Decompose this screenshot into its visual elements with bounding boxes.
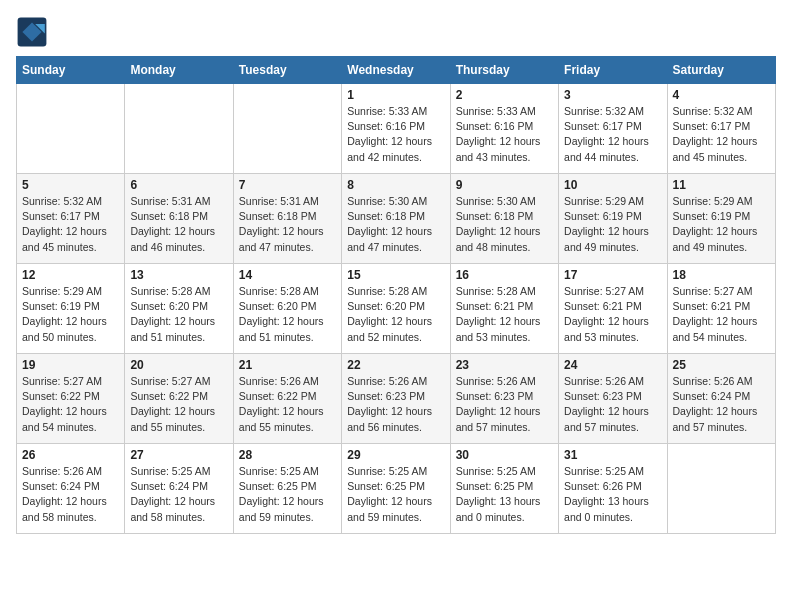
header-cell-thursday: Thursday [450, 57, 558, 84]
day-number: 4 [673, 88, 770, 102]
day-number: 22 [347, 358, 444, 372]
calendar-cell: 11Sunrise: 5:29 AM Sunset: 6:19 PM Dayli… [667, 174, 775, 264]
calendar-cell: 5Sunrise: 5:32 AM Sunset: 6:17 PM Daylig… [17, 174, 125, 264]
calendar-cell: 25Sunrise: 5:26 AM Sunset: 6:24 PM Dayli… [667, 354, 775, 444]
calendar-header-row: SundayMondayTuesdayWednesdayThursdayFrid… [17, 57, 776, 84]
day-content: Sunrise: 5:27 AM Sunset: 6:22 PM Dayligh… [130, 374, 227, 435]
day-content: Sunrise: 5:25 AM Sunset: 6:25 PM Dayligh… [239, 464, 336, 525]
calendar-cell: 12Sunrise: 5:29 AM Sunset: 6:19 PM Dayli… [17, 264, 125, 354]
calendar-cell: 27Sunrise: 5:25 AM Sunset: 6:24 PM Dayli… [125, 444, 233, 534]
calendar-cell: 16Sunrise: 5:28 AM Sunset: 6:21 PM Dayli… [450, 264, 558, 354]
day-content: Sunrise: 5:26 AM Sunset: 6:23 PM Dayligh… [564, 374, 661, 435]
day-number: 21 [239, 358, 336, 372]
day-content: Sunrise: 5:33 AM Sunset: 6:16 PM Dayligh… [347, 104, 444, 165]
day-content: Sunrise: 5:25 AM Sunset: 6:26 PM Dayligh… [564, 464, 661, 525]
day-number: 14 [239, 268, 336, 282]
day-content: Sunrise: 5:27 AM Sunset: 6:21 PM Dayligh… [564, 284, 661, 345]
day-content: Sunrise: 5:26 AM Sunset: 6:23 PM Dayligh… [456, 374, 553, 435]
day-number: 2 [456, 88, 553, 102]
day-number: 24 [564, 358, 661, 372]
day-number: 23 [456, 358, 553, 372]
calendar-cell: 1Sunrise: 5:33 AM Sunset: 6:16 PM Daylig… [342, 84, 450, 174]
day-number: 29 [347, 448, 444, 462]
logo-icon [16, 16, 48, 48]
calendar-cell: 3Sunrise: 5:32 AM Sunset: 6:17 PM Daylig… [559, 84, 667, 174]
calendar-cell: 6Sunrise: 5:31 AM Sunset: 6:18 PM Daylig… [125, 174, 233, 264]
day-number: 16 [456, 268, 553, 282]
day-content: Sunrise: 5:29 AM Sunset: 6:19 PM Dayligh… [564, 194, 661, 255]
calendar-cell [125, 84, 233, 174]
calendar-body: 1Sunrise: 5:33 AM Sunset: 6:16 PM Daylig… [17, 84, 776, 534]
header-cell-wednesday: Wednesday [342, 57, 450, 84]
day-content: Sunrise: 5:25 AM Sunset: 6:25 PM Dayligh… [456, 464, 553, 525]
calendar-cell: 26Sunrise: 5:26 AM Sunset: 6:24 PM Dayli… [17, 444, 125, 534]
day-number: 19 [22, 358, 119, 372]
day-content: Sunrise: 5:32 AM Sunset: 6:17 PM Dayligh… [22, 194, 119, 255]
calendar-week-1: 1Sunrise: 5:33 AM Sunset: 6:16 PM Daylig… [17, 84, 776, 174]
calendar-cell: 30Sunrise: 5:25 AM Sunset: 6:25 PM Dayli… [450, 444, 558, 534]
calendar-cell: 8Sunrise: 5:30 AM Sunset: 6:18 PM Daylig… [342, 174, 450, 264]
calendar-cell: 31Sunrise: 5:25 AM Sunset: 6:26 PM Dayli… [559, 444, 667, 534]
day-content: Sunrise: 5:31 AM Sunset: 6:18 PM Dayligh… [239, 194, 336, 255]
calendar-table: SundayMondayTuesdayWednesdayThursdayFrid… [16, 56, 776, 534]
day-number: 3 [564, 88, 661, 102]
day-number: 1 [347, 88, 444, 102]
day-content: Sunrise: 5:25 AM Sunset: 6:25 PM Dayligh… [347, 464, 444, 525]
calendar-cell: 15Sunrise: 5:28 AM Sunset: 6:20 PM Dayli… [342, 264, 450, 354]
day-content: Sunrise: 5:27 AM Sunset: 6:21 PM Dayligh… [673, 284, 770, 345]
day-content: Sunrise: 5:26 AM Sunset: 6:23 PM Dayligh… [347, 374, 444, 435]
calendar-cell: 10Sunrise: 5:29 AM Sunset: 6:19 PM Dayli… [559, 174, 667, 264]
header-cell-friday: Friday [559, 57, 667, 84]
calendar-cell [233, 84, 341, 174]
day-content: Sunrise: 5:27 AM Sunset: 6:22 PM Dayligh… [22, 374, 119, 435]
header-cell-tuesday: Tuesday [233, 57, 341, 84]
calendar-cell: 17Sunrise: 5:27 AM Sunset: 6:21 PM Dayli… [559, 264, 667, 354]
calendar-cell [667, 444, 775, 534]
calendar-cell: 22Sunrise: 5:26 AM Sunset: 6:23 PM Dayli… [342, 354, 450, 444]
calendar-cell: 24Sunrise: 5:26 AM Sunset: 6:23 PM Dayli… [559, 354, 667, 444]
day-number: 20 [130, 358, 227, 372]
day-content: Sunrise: 5:33 AM Sunset: 6:16 PM Dayligh… [456, 104, 553, 165]
header-cell-monday: Monday [125, 57, 233, 84]
calendar-cell [17, 84, 125, 174]
header-cell-sunday: Sunday [17, 57, 125, 84]
day-number: 6 [130, 178, 227, 192]
calendar-cell: 14Sunrise: 5:28 AM Sunset: 6:20 PM Dayli… [233, 264, 341, 354]
day-content: Sunrise: 5:28 AM Sunset: 6:20 PM Dayligh… [130, 284, 227, 345]
day-content: Sunrise: 5:28 AM Sunset: 6:21 PM Dayligh… [456, 284, 553, 345]
day-content: Sunrise: 5:26 AM Sunset: 6:24 PM Dayligh… [673, 374, 770, 435]
day-number: 15 [347, 268, 444, 282]
calendar-cell: 13Sunrise: 5:28 AM Sunset: 6:20 PM Dayli… [125, 264, 233, 354]
calendar-week-5: 26Sunrise: 5:26 AM Sunset: 6:24 PM Dayli… [17, 444, 776, 534]
calendar-cell: 7Sunrise: 5:31 AM Sunset: 6:18 PM Daylig… [233, 174, 341, 264]
day-content: Sunrise: 5:28 AM Sunset: 6:20 PM Dayligh… [239, 284, 336, 345]
logo [16, 16, 52, 48]
day-number: 25 [673, 358, 770, 372]
day-content: Sunrise: 5:28 AM Sunset: 6:20 PM Dayligh… [347, 284, 444, 345]
day-number: 9 [456, 178, 553, 192]
day-number: 31 [564, 448, 661, 462]
calendar-week-3: 12Sunrise: 5:29 AM Sunset: 6:19 PM Dayli… [17, 264, 776, 354]
day-content: Sunrise: 5:26 AM Sunset: 6:22 PM Dayligh… [239, 374, 336, 435]
calendar-cell: 21Sunrise: 5:26 AM Sunset: 6:22 PM Dayli… [233, 354, 341, 444]
calendar-cell: 20Sunrise: 5:27 AM Sunset: 6:22 PM Dayli… [125, 354, 233, 444]
calendar-cell: 19Sunrise: 5:27 AM Sunset: 6:22 PM Dayli… [17, 354, 125, 444]
day-number: 8 [347, 178, 444, 192]
day-number: 10 [564, 178, 661, 192]
day-number: 30 [456, 448, 553, 462]
day-content: Sunrise: 5:32 AM Sunset: 6:17 PM Dayligh… [673, 104, 770, 165]
calendar-cell: 28Sunrise: 5:25 AM Sunset: 6:25 PM Dayli… [233, 444, 341, 534]
calendar-week-4: 19Sunrise: 5:27 AM Sunset: 6:22 PM Dayli… [17, 354, 776, 444]
day-content: Sunrise: 5:29 AM Sunset: 6:19 PM Dayligh… [673, 194, 770, 255]
day-content: Sunrise: 5:26 AM Sunset: 6:24 PM Dayligh… [22, 464, 119, 525]
page-header [16, 16, 776, 48]
calendar-cell: 29Sunrise: 5:25 AM Sunset: 6:25 PM Dayli… [342, 444, 450, 534]
day-number: 12 [22, 268, 119, 282]
header-cell-saturday: Saturday [667, 57, 775, 84]
day-number: 13 [130, 268, 227, 282]
day-number: 26 [22, 448, 119, 462]
calendar-cell: 2Sunrise: 5:33 AM Sunset: 6:16 PM Daylig… [450, 84, 558, 174]
calendar-cell: 9Sunrise: 5:30 AM Sunset: 6:18 PM Daylig… [450, 174, 558, 264]
day-content: Sunrise: 5:30 AM Sunset: 6:18 PM Dayligh… [456, 194, 553, 255]
day-content: Sunrise: 5:29 AM Sunset: 6:19 PM Dayligh… [22, 284, 119, 345]
